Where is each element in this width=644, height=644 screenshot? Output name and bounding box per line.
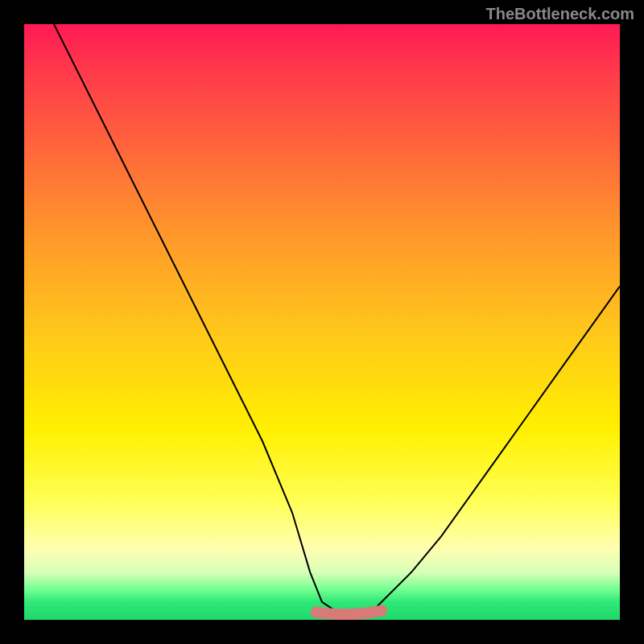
chart-svg (24, 24, 620, 620)
watermark-text: TheBottleneck.com (486, 5, 634, 23)
chart-plot-area (24, 24, 620, 620)
bottleneck-curve-line (54, 24, 620, 614)
valley-marker (316, 611, 382, 615)
